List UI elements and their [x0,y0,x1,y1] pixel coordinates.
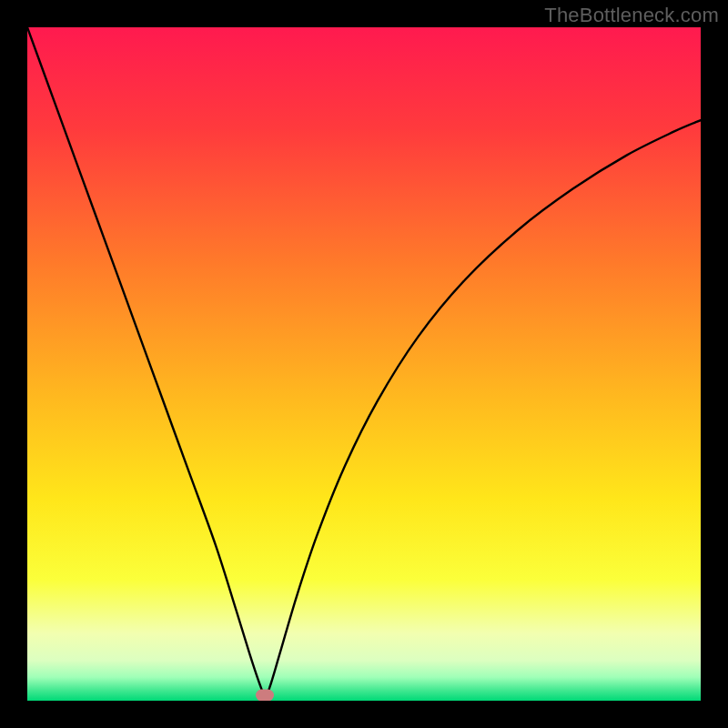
gradient-background [27,27,701,701]
chart-frame: TheBottleneck.com [0,0,728,728]
watermark-text: TheBottleneck.com [544,4,719,27]
optimal-point-marker [256,690,274,701]
plot-area [27,27,701,701]
plot-svg [27,27,701,701]
